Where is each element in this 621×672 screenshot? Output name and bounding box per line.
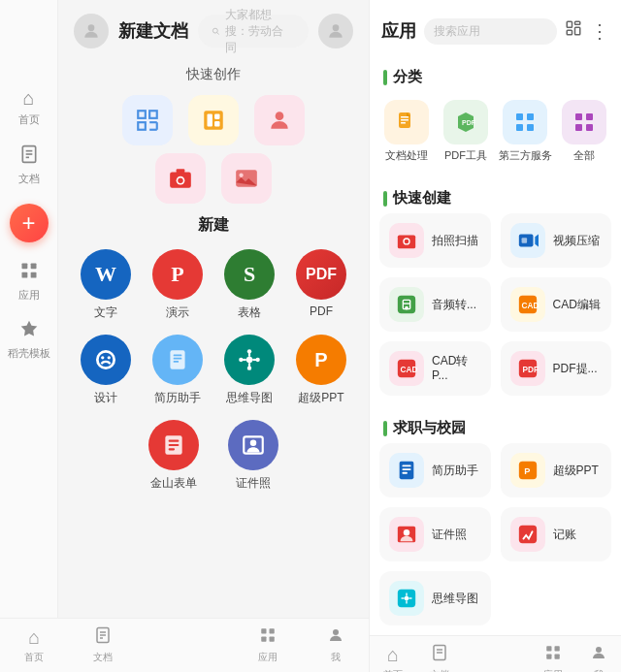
svg-rect-111 <box>546 647 551 652</box>
app-present[interactable]: P 演示 <box>152 249 203 321</box>
app-present-label: 演示 <box>166 304 189 321</box>
bottom-apps[interactable]: 应用 <box>258 626 278 664</box>
app-word[interactable]: W 文字 <box>81 249 131 321</box>
category-all[interactable]: 全部 <box>558 100 611 162</box>
career-resume-icon <box>389 453 424 488</box>
category-doc-process[interactable]: 文档处理 <box>379 100 433 162</box>
right-icons: ⋮ <box>565 19 609 43</box>
qc-video-compress[interactable]: 视频压缩 <box>501 213 612 268</box>
career-accounting-label: 记账 <box>553 528 576 543</box>
career-mindmap[interactable]: 思维导图 <box>379 571 491 625</box>
user-avatar[interactable] <box>74 14 109 48</box>
bottom-home[interactable]: ⌂ 首页 <box>24 626 44 664</box>
qc-cad-edit-icon: CAD <box>510 287 545 322</box>
section-accent-career <box>383 421 387 436</box>
svg-point-50 <box>250 440 257 447</box>
app-resume-icon <box>152 335 203 385</box>
svg-rect-84 <box>398 296 415 313</box>
svg-point-31 <box>108 356 111 359</box>
svg-rect-96 <box>402 472 408 474</box>
svg-point-41 <box>247 349 251 353</box>
svg-rect-58 <box>270 637 275 642</box>
app-form[interactable]: 金山表单 <box>148 420 199 492</box>
app-word-label: 文字 <box>94 304 117 321</box>
app-design-label: 设计 <box>94 390 117 406</box>
right-bottom-mine-label: 我 <box>594 668 604 672</box>
right-bottom-home-label: 首页 <box>383 668 403 672</box>
svg-rect-55 <box>262 628 267 633</box>
qc-cad-convert[interactable]: CAD CAD转P... <box>379 341 491 396</box>
right-bottom-home[interactable]: ⌂ 首页 <box>383 644 403 672</box>
category-third-party[interactable]: 第三方服务 <box>499 100 552 162</box>
qc-photo-scan[interactable]: 拍照扫描 <box>379 213 491 268</box>
svg-rect-63 <box>567 30 572 35</box>
user-avatar-right[interactable] <box>318 14 353 48</box>
svg-rect-14 <box>138 122 146 130</box>
quick-contact-btn[interactable] <box>254 95 305 145</box>
svg-text:CAD: CAD <box>401 366 417 374</box>
right-bottom-docs[interactable]: 文档 <box>430 644 449 672</box>
qc-audio-convert[interactable]: 音频转... <box>379 277 491 332</box>
svg-rect-62 <box>575 27 580 35</box>
right-bottom-mine[interactable]: 我 <box>590 644 607 672</box>
left-main-content: 新建文档 大家都想搜：劳动合同 快速创作 <box>58 0 369 672</box>
svg-point-59 <box>333 629 339 635</box>
sidebar-item-docs[interactable]: 文档 <box>0 136 58 194</box>
docs-icon <box>19 144 39 169</box>
svg-point-100 <box>404 529 409 535</box>
sidebar-item-templates[interactable]: 稻壳模板 <box>0 310 58 368</box>
svg-line-10 <box>217 33 219 35</box>
app-resume[interactable]: 简历助手 <box>152 335 203 406</box>
app-grid: W 文字 P 演示 S 表格 PDF <box>58 249 369 406</box>
qc-cad-edit[interactable]: CAD CAD编辑 <box>501 277 612 332</box>
bottom-mine-icon <box>327 626 344 649</box>
svg-rect-114 <box>554 655 559 659</box>
svg-rect-94 <box>402 465 410 467</box>
doc-process-icon-box <box>384 100 429 144</box>
qc-cad-edit-label: CAD编辑 <box>553 298 601 313</box>
app-superppt-icon: P <box>296 335 346 385</box>
app-superppt[interactable]: P 超级PPT <box>296 335 346 406</box>
app-sheet[interactable]: S 表格 <box>224 249 275 321</box>
career-superppt[interactable]: P 超级PPT <box>501 443 612 497</box>
svg-rect-7 <box>30 272 36 277</box>
bottom-docs[interactable]: 文档 <box>93 626 113 664</box>
career-label: 求职与校园 <box>393 419 466 437</box>
qc-pdf-enhance[interactable]: PDF PDF提... <box>501 341 612 396</box>
section-accent-classify <box>383 70 387 85</box>
career-section-header: 求职与校园 <box>370 409 621 443</box>
search-bar[interactable]: 大家都想搜：劳动合同 <box>198 15 309 48</box>
app-idphoto[interactable]: 证件照 <box>228 420 278 492</box>
svg-rect-101 <box>518 526 536 543</box>
career-idphoto[interactable]: 证件照 <box>379 507 491 561</box>
career-accounting[interactable]: 记账 <box>501 507 612 561</box>
quick-scan-btn[interactable] <box>122 95 173 145</box>
right-search-bar[interactable]: 搜索应用 <box>424 18 557 45</box>
right-bottom-apps[interactable]: 应用 <box>543 644 563 672</box>
svg-rect-75 <box>586 113 593 120</box>
quick-photo-btn[interactable] <box>155 153 206 204</box>
qc-cad-convert-label: CAD转P... <box>432 354 481 384</box>
pdf-tools-label: PDF工具 <box>444 148 487 162</box>
bottom-apps-label: 应用 <box>258 651 278 664</box>
app-mindmap[interactable]: 思维导图 <box>224 335 275 406</box>
svg-rect-12 <box>138 111 146 118</box>
all-icon-box <box>562 100 606 144</box>
more-icon[interactable]: ⋮ <box>590 19 609 43</box>
quick-image-btn[interactable] <box>221 153 272 204</box>
svg-point-43 <box>239 358 243 362</box>
right-search-hint: 搜索应用 <box>434 24 480 38</box>
sidebar-item-home[interactable]: ⌂ 首页 <box>0 78 58 136</box>
bottom-mine[interactable]: 我 <box>327 626 344 664</box>
app-pdf[interactable]: PDF PDF <box>296 249 346 321</box>
quick-template-btn[interactable] <box>188 95 239 145</box>
layout-icon[interactable] <box>565 19 582 43</box>
sidebar-item-apps[interactable]: 应用 <box>0 252 58 310</box>
svg-rect-47 <box>169 444 180 446</box>
quick-create-label: 快速创建 <box>393 189 451 208</box>
category-pdf-tools[interactable]: PDF PDF工具 <box>439 100 492 162</box>
app-design[interactable]: 设计 <box>81 335 131 406</box>
career-resume[interactable]: 简历助手 <box>379 443 491 497</box>
fab-button[interactable]: + <box>10 204 49 242</box>
svg-point-44 <box>256 358 260 362</box>
